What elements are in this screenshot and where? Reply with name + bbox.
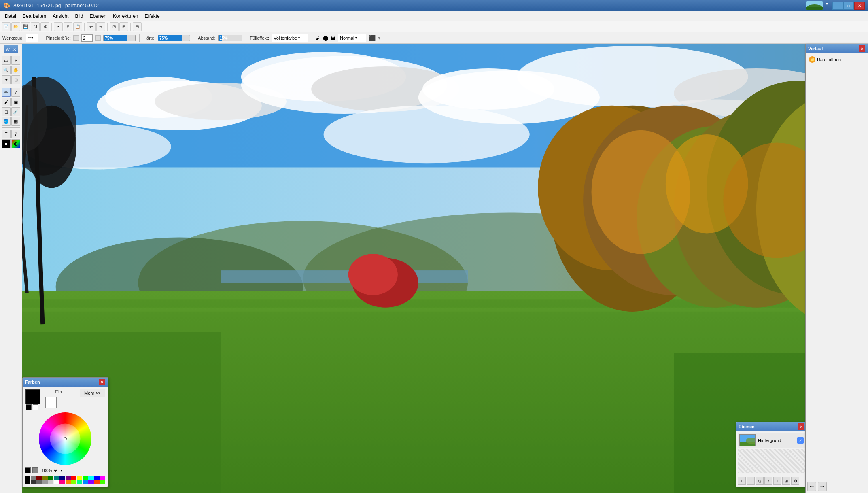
- pinselgroesse-minus[interactable]: −: [73, 35, 79, 41]
- menu-bearbeiten[interactable]: Bearbeiten: [19, 11, 49, 21]
- ebenen-settings-btn[interactable]: ⚙: [791, 477, 799, 485]
- pinselgroesse-plus[interactable]: +: [95, 35, 101, 41]
- select3-tool[interactable]: ⊞: [11, 75, 20, 84]
- colors-panel-close[interactable]: ✕: [99, 379, 105, 385]
- pinselgroesse-slider[interactable]: 75%: [103, 35, 136, 41]
- select-lasso-tool[interactable]: ⌖: [11, 56, 20, 65]
- bw-skyblue[interactable]: [83, 480, 88, 484]
- pinselgroesse-input[interactable]: [81, 34, 93, 42]
- pal-10[interactable]: [83, 476, 88, 480]
- menu-effekte[interactable]: Effekte: [142, 11, 163, 21]
- save-as-button[interactable]: 🖫: [31, 22, 40, 31]
- pal-8[interactable]: [71, 476, 76, 480]
- layer-visible-toggle[interactable]: ✓: [797, 437, 804, 444]
- deselect-button[interactable]: ⊟: [133, 22, 142, 31]
- shape-tool[interactable]: ▣: [11, 98, 20, 106]
- bw-pink[interactable]: [59, 480, 65, 484]
- menu-datei[interactable]: Datei: [2, 11, 19, 21]
- pencil-tool[interactable]: ✏: [2, 88, 11, 97]
- reset-bg-color[interactable]: [33, 404, 38, 410]
- open-button[interactable]: 📂: [11, 22, 20, 31]
- verlauf-panel-close[interactable]: ✕: [859, 45, 865, 52]
- line-tool[interactable]: ╱: [11, 88, 20, 97]
- ebenen-panel-header[interactable]: Ebenen ✕: [736, 422, 807, 431]
- pal-9[interactable]: [77, 476, 82, 480]
- copy-button[interactable]: ⎘: [64, 22, 72, 31]
- tool-dropdown[interactable]: ✏ ▾: [26, 34, 38, 42]
- verlauf-panel-header[interactable]: Verlauf ✕: [806, 44, 868, 53]
- gradient-tool[interactable]: ▦: [11, 117, 20, 126]
- layer-item-hintergrund[interactable]: Hintergrund ✓: [738, 433, 805, 448]
- eyedropper-tool[interactable]: 💉: [11, 107, 20, 116]
- verlauf-item-0[interactable]: 📁 Datei öffnen: [807, 55, 866, 64]
- pal-3[interactable]: [42, 476, 48, 480]
- pal-1[interactable]: [31, 476, 36, 480]
- haerte-slider[interactable]: 75%: [158, 35, 190, 41]
- toolbox-header[interactable]: W... ✕: [4, 45, 17, 53]
- pal-5[interactable]: [54, 476, 59, 480]
- menu-ebenen[interactable]: Ebenen: [86, 11, 109, 21]
- select-rect-tool[interactable]: ▭: [2, 56, 11, 65]
- minimize-button[interactable]: ─: [832, 2, 843, 10]
- pal-7[interactable]: [66, 476, 71, 480]
- ebenen-new-btn[interactable]: +: [738, 477, 746, 485]
- color1-tool[interactable]: ■: [2, 139, 11, 148]
- bw-silver[interactable]: [48, 480, 53, 484]
- foreground-color[interactable]: [25, 389, 40, 404]
- pal-11[interactable]: [88, 476, 93, 480]
- bw-orange[interactable]: [66, 480, 71, 484]
- pal-6[interactable]: [59, 476, 65, 480]
- pal-2[interactable]: [36, 476, 42, 480]
- reset-fg-color[interactable]: [26, 404, 32, 410]
- bucket-tool[interactable]: 🪣: [2, 117, 11, 126]
- bw-darkgray[interactable]: [31, 480, 36, 484]
- bw-violet[interactable]: [88, 480, 93, 484]
- pal-0[interactable]: [25, 476, 30, 480]
- pal-4[interactable]: [48, 476, 53, 480]
- black-swatch[interactable]: [25, 468, 31, 473]
- title-dropdown-btn[interactable]: ▾: [824, 1, 829, 6]
- brush-tool[interactable]: 🖌: [2, 98, 11, 106]
- maximize-button[interactable]: □: [843, 2, 854, 10]
- undo-button[interactable]: ↩: [87, 22, 96, 31]
- save-button[interactable]: 💾: [21, 22, 30, 31]
- colors-panel-header[interactable]: Farben ✕: [23, 378, 108, 387]
- bw-lightgray[interactable]: [42, 480, 48, 484]
- bw-red-orange[interactable]: [94, 480, 100, 484]
- normal-dropdown[interactable]: Normal ▾: [338, 34, 366, 42]
- text-tool[interactable]: T: [2, 130, 11, 138]
- bw-gray[interactable]: [36, 480, 42, 484]
- magic-wand-tool[interactable]: ✦: [2, 75, 11, 84]
- color-wheel[interactable]: [39, 412, 91, 465]
- bw-white[interactable]: [54, 480, 59, 484]
- crop-button[interactable]: ⊡: [110, 22, 119, 31]
- ebenen-dup-btn[interactable]: ⎘: [756, 477, 764, 485]
- menu-bild[interactable]: Bild: [72, 11, 86, 21]
- abstand-slider[interactable]: 15%: [218, 35, 242, 41]
- pal-12[interactable]: [94, 476, 100, 480]
- ebenen-down-btn[interactable]: ↓: [773, 477, 781, 485]
- verlauf-forward-btn[interactable]: ↪: [818, 482, 827, 491]
- cut-button[interactable]: ✂: [54, 22, 63, 31]
- mehr-button[interactable]: Mehr >>: [80, 389, 105, 397]
- toolbox-close[interactable]: ✕: [13, 47, 16, 52]
- print-button[interactable]: 🖨: [40, 22, 49, 31]
- eraser-tool[interactable]: ◻: [2, 107, 11, 116]
- gray-swatch[interactable]: [32, 468, 38, 473]
- verlauf-back-btn[interactable]: ↩: [807, 482, 816, 491]
- redo-button[interactable]: ↪: [96, 22, 105, 31]
- bw-black[interactable]: [25, 480, 30, 484]
- bw-yellow-green[interactable]: [100, 480, 105, 484]
- pal-13[interactable]: [100, 476, 105, 480]
- bw-lime[interactable]: [71, 480, 76, 484]
- fulleffekt-dropdown[interactable]: Volltonfarbe ▾: [272, 34, 308, 42]
- resize-button[interactable]: ⊞: [119, 22, 128, 31]
- ebenen-delete-btn[interactable]: −: [747, 477, 755, 485]
- new-button[interactable]: 📄: [2, 22, 11, 31]
- background-color[interactable]: [45, 397, 57, 408]
- close-button[interactable]: ✕: [854, 2, 865, 10]
- bw-teal[interactable]: [77, 480, 82, 484]
- menu-korrekturen[interactable]: Korrekturen: [110, 11, 142, 21]
- transparency-select[interactable]: 100%: [40, 467, 59, 474]
- ebenen-up-btn[interactable]: ↑: [764, 477, 772, 485]
